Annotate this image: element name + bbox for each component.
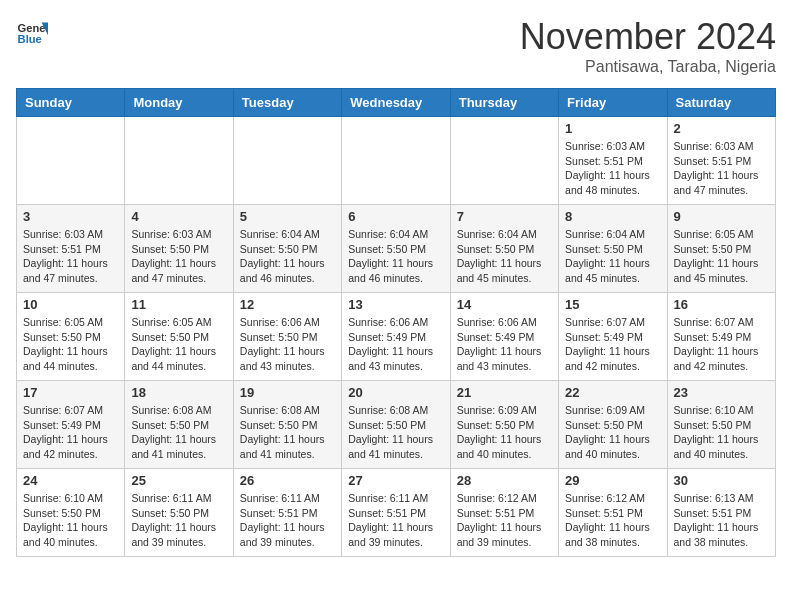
day-cell: [125, 117, 233, 205]
day-info: Sunrise: 6:10 AM Sunset: 5:50 PM Dayligh…: [23, 491, 118, 550]
day-number: 6: [348, 209, 443, 224]
day-cell: [233, 117, 341, 205]
day-cell: 18Sunrise: 6:08 AM Sunset: 5:50 PM Dayli…: [125, 381, 233, 469]
day-cell: 21Sunrise: 6:09 AM Sunset: 5:50 PM Dayli…: [450, 381, 558, 469]
day-cell: 19Sunrise: 6:08 AM Sunset: 5:50 PM Dayli…: [233, 381, 341, 469]
day-number: 27: [348, 473, 443, 488]
day-cell: 17Sunrise: 6:07 AM Sunset: 5:49 PM Dayli…: [17, 381, 125, 469]
day-number: 16: [674, 297, 769, 312]
day-number: 25: [131, 473, 226, 488]
day-cell: 5Sunrise: 6:04 AM Sunset: 5:50 PM Daylig…: [233, 205, 341, 293]
week-row-3: 10Sunrise: 6:05 AM Sunset: 5:50 PM Dayli…: [17, 293, 776, 381]
day-number: 9: [674, 209, 769, 224]
day-number: 1: [565, 121, 660, 136]
day-number: 7: [457, 209, 552, 224]
day-info: Sunrise: 6:04 AM Sunset: 5:50 PM Dayligh…: [457, 227, 552, 286]
logo: General Blue: [16, 16, 48, 48]
day-number: 3: [23, 209, 118, 224]
day-info: Sunrise: 6:10 AM Sunset: 5:50 PM Dayligh…: [674, 403, 769, 462]
day-cell: 30Sunrise: 6:13 AM Sunset: 5:51 PM Dayli…: [667, 469, 775, 557]
day-number: 8: [565, 209, 660, 224]
day-info: Sunrise: 6:03 AM Sunset: 5:51 PM Dayligh…: [23, 227, 118, 286]
day-number: 14: [457, 297, 552, 312]
day-cell: 12Sunrise: 6:06 AM Sunset: 5:50 PM Dayli…: [233, 293, 341, 381]
weekday-header-monday: Monday: [125, 89, 233, 117]
weekday-header-thursday: Thursday: [450, 89, 558, 117]
day-number: 5: [240, 209, 335, 224]
day-number: 2: [674, 121, 769, 136]
day-info: Sunrise: 6:11 AM Sunset: 5:51 PM Dayligh…: [348, 491, 443, 550]
day-number: 15: [565, 297, 660, 312]
day-info: Sunrise: 6:09 AM Sunset: 5:50 PM Dayligh…: [457, 403, 552, 462]
day-info: Sunrise: 6:03 AM Sunset: 5:51 PM Dayligh…: [565, 139, 660, 198]
weekday-header-row: SundayMondayTuesdayWednesdayThursdayFrid…: [17, 89, 776, 117]
day-cell: 24Sunrise: 6:10 AM Sunset: 5:50 PM Dayli…: [17, 469, 125, 557]
weekday-header-wednesday: Wednesday: [342, 89, 450, 117]
day-info: Sunrise: 6:07 AM Sunset: 5:49 PM Dayligh…: [565, 315, 660, 374]
day-cell: 3Sunrise: 6:03 AM Sunset: 5:51 PM Daylig…: [17, 205, 125, 293]
day-cell: 6Sunrise: 6:04 AM Sunset: 5:50 PM Daylig…: [342, 205, 450, 293]
day-cell: 28Sunrise: 6:12 AM Sunset: 5:51 PM Dayli…: [450, 469, 558, 557]
day-cell: 2Sunrise: 6:03 AM Sunset: 5:51 PM Daylig…: [667, 117, 775, 205]
day-number: 21: [457, 385, 552, 400]
day-info: Sunrise: 6:06 AM Sunset: 5:49 PM Dayligh…: [348, 315, 443, 374]
day-number: 11: [131, 297, 226, 312]
weekday-header-sunday: Sunday: [17, 89, 125, 117]
day-info: Sunrise: 6:12 AM Sunset: 5:51 PM Dayligh…: [457, 491, 552, 550]
day-number: 17: [23, 385, 118, 400]
week-row-5: 24Sunrise: 6:10 AM Sunset: 5:50 PM Dayli…: [17, 469, 776, 557]
day-cell: [450, 117, 558, 205]
day-cell: 27Sunrise: 6:11 AM Sunset: 5:51 PM Dayli…: [342, 469, 450, 557]
day-cell: 16Sunrise: 6:07 AM Sunset: 5:49 PM Dayli…: [667, 293, 775, 381]
weekday-header-saturday: Saturday: [667, 89, 775, 117]
day-cell: 15Sunrise: 6:07 AM Sunset: 5:49 PM Dayli…: [559, 293, 667, 381]
day-info: Sunrise: 6:04 AM Sunset: 5:50 PM Dayligh…: [348, 227, 443, 286]
day-info: Sunrise: 6:05 AM Sunset: 5:50 PM Dayligh…: [131, 315, 226, 374]
day-number: 10: [23, 297, 118, 312]
day-cell: [342, 117, 450, 205]
day-number: 22: [565, 385, 660, 400]
day-number: 30: [674, 473, 769, 488]
day-number: 4: [131, 209, 226, 224]
title-block: November 2024 Pantisawa, Taraba, Nigeria: [520, 16, 776, 76]
day-cell: 13Sunrise: 6:06 AM Sunset: 5:49 PM Dayli…: [342, 293, 450, 381]
calendar-table: SundayMondayTuesdayWednesdayThursdayFrid…: [16, 88, 776, 557]
week-row-4: 17Sunrise: 6:07 AM Sunset: 5:49 PM Dayli…: [17, 381, 776, 469]
day-info: Sunrise: 6:03 AM Sunset: 5:51 PM Dayligh…: [674, 139, 769, 198]
day-number: 23: [674, 385, 769, 400]
day-cell: 9Sunrise: 6:05 AM Sunset: 5:50 PM Daylig…: [667, 205, 775, 293]
day-number: 12: [240, 297, 335, 312]
day-info: Sunrise: 6:11 AM Sunset: 5:50 PM Dayligh…: [131, 491, 226, 550]
day-info: Sunrise: 6:11 AM Sunset: 5:51 PM Dayligh…: [240, 491, 335, 550]
day-info: Sunrise: 6:09 AM Sunset: 5:50 PM Dayligh…: [565, 403, 660, 462]
day-cell: 4Sunrise: 6:03 AM Sunset: 5:50 PM Daylig…: [125, 205, 233, 293]
day-info: Sunrise: 6:03 AM Sunset: 5:50 PM Dayligh…: [131, 227, 226, 286]
page-header: General Blue November 2024 Pantisawa, Ta…: [16, 16, 776, 76]
day-info: Sunrise: 6:08 AM Sunset: 5:50 PM Dayligh…: [240, 403, 335, 462]
day-info: Sunrise: 6:06 AM Sunset: 5:49 PM Dayligh…: [457, 315, 552, 374]
day-number: 20: [348, 385, 443, 400]
day-number: 29: [565, 473, 660, 488]
day-cell: 8Sunrise: 6:04 AM Sunset: 5:50 PM Daylig…: [559, 205, 667, 293]
day-cell: 29Sunrise: 6:12 AM Sunset: 5:51 PM Dayli…: [559, 469, 667, 557]
day-info: Sunrise: 6:13 AM Sunset: 5:51 PM Dayligh…: [674, 491, 769, 550]
day-number: 26: [240, 473, 335, 488]
week-row-2: 3Sunrise: 6:03 AM Sunset: 5:51 PM Daylig…: [17, 205, 776, 293]
weekday-header-friday: Friday: [559, 89, 667, 117]
weekday-header-tuesday: Tuesday: [233, 89, 341, 117]
day-number: 28: [457, 473, 552, 488]
location: Pantisawa, Taraba, Nigeria: [520, 58, 776, 76]
day-info: Sunrise: 6:12 AM Sunset: 5:51 PM Dayligh…: [565, 491, 660, 550]
day-cell: [17, 117, 125, 205]
svg-text:Blue: Blue: [18, 33, 42, 45]
day-info: Sunrise: 6:07 AM Sunset: 5:49 PM Dayligh…: [674, 315, 769, 374]
day-info: Sunrise: 6:04 AM Sunset: 5:50 PM Dayligh…: [565, 227, 660, 286]
day-info: Sunrise: 6:08 AM Sunset: 5:50 PM Dayligh…: [131, 403, 226, 462]
day-info: Sunrise: 6:08 AM Sunset: 5:50 PM Dayligh…: [348, 403, 443, 462]
day-cell: 23Sunrise: 6:10 AM Sunset: 5:50 PM Dayli…: [667, 381, 775, 469]
day-cell: 10Sunrise: 6:05 AM Sunset: 5:50 PM Dayli…: [17, 293, 125, 381]
day-cell: 7Sunrise: 6:04 AM Sunset: 5:50 PM Daylig…: [450, 205, 558, 293]
day-number: 19: [240, 385, 335, 400]
day-cell: 14Sunrise: 6:06 AM Sunset: 5:49 PM Dayli…: [450, 293, 558, 381]
day-info: Sunrise: 6:05 AM Sunset: 5:50 PM Dayligh…: [23, 315, 118, 374]
